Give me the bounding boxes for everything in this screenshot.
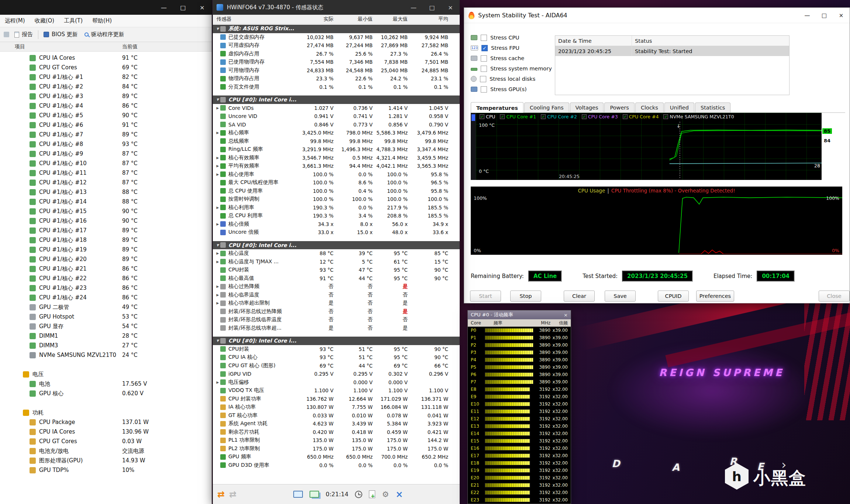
legend-item[interactable]: ✓CPU Core #1: [500, 114, 536, 119]
hwinfo-row[interactable]: ▶核心倍频34.3 x8.0 x56.0 x34.9 x: [213, 220, 460, 229]
preferences-button[interactable]: Preferences: [696, 291, 734, 302]
sensor-row[interactable]: GPU 显存54 °C: [0, 321, 212, 331]
menu-tools[interactable]: 工具(T): [59, 15, 87, 27]
hwinfo-row[interactable]: 可用物理内存24,833 MB24,548 MB25,040 MB24,885 …: [213, 66, 460, 75]
graph-scrollbar-thumb[interactable]: [471, 114, 475, 121]
sensor-row[interactable]: 电池充/放电交流电源: [0, 446, 212, 456]
hwinfo-row[interactable]: ▶核心温度88 °C39 °C95 °C85 °C: [213, 249, 460, 258]
sensor-row[interactable]: DIMM327 °C: [0, 341, 212, 350]
legend-checkbox[interactable]: ✓: [541, 114, 546, 119]
maximize-button[interactable]: □: [816, 12, 833, 19]
hwinfo-row[interactable]: CPU GT 核心 (图形)69 °C44 °C69 °C66 °C: [213, 362, 460, 370]
minimize-button[interactable]: —: [154, 0, 173, 15]
expand-icon[interactable]: ▶: [215, 131, 220, 135]
column-average[interactable]: 平均: [438, 16, 448, 22]
stop-button[interactable]: Stop: [510, 291, 541, 302]
legend-item[interactable]: ✓CPU: [480, 114, 495, 119]
hwinfo-row[interactable]: 封装/环形总线临界温度否否否: [213, 316, 460, 324]
clear-button[interactable]: Clear: [564, 291, 595, 302]
stability-titlebar[interactable]: System Stability Test - AIDA64 — □ ×: [464, 8, 850, 23]
hwinfo-row[interactable]: 总 CPU 利用率190.3 %3.4 %208.8 %185.5 %: [213, 212, 460, 220]
hwinfo-section-row[interactable]: ▼CPU [#0]: Intel Core i...: [213, 241, 460, 250]
hwinfo-row[interactable]: ▶电压偏移0.000 V0.000 V: [213, 378, 460, 387]
tab-clocks[interactable]: Clocks: [635, 102, 664, 112]
hwinfo-row[interactable]: 按需时钟调制100.0 %100.0 %100.0 %100.0 %: [213, 195, 460, 204]
sensor-row[interactable]: CPU #1/核心 #1690 °C: [0, 216, 212, 226]
hwinfo-row[interactable]: 物理内存占用23.3 %22.6 %24.2 %23.1 %: [213, 74, 460, 83]
expand-icon[interactable]: ▶: [215, 206, 220, 209]
hwinfo-row[interactable]: CPU 封装功率136.762 W12.664 W171.029 W136.37…: [213, 395, 460, 403]
hwinfo-row[interactable]: 总线频率99.8 MHz99.8 MHz99.8 MHz99.8 MHz: [213, 137, 460, 146]
legend-checkbox[interactable]: ✓: [582, 114, 587, 119]
cpuid-button[interactable]: CPUID: [658, 291, 689, 302]
minimize-button[interactable]: —: [404, 0, 423, 15]
sensor-row[interactable]: CPU #1/核心 #1789 °C: [0, 226, 212, 235]
sensor-row[interactable]: CPU #1/核心 #2486 °C: [0, 293, 212, 302]
sensor-row[interactable]: CPU GT Cores69 °C: [0, 63, 212, 72]
hwinfo-row[interactable]: ▶核心使用率100.0 %0.0 %100.0 %95.8 %: [213, 170, 460, 179]
sensor-row[interactable]: CPU IA Cores130.96 W: [0, 427, 212, 437]
hwinfo-row[interactable]: ▶核心功率超出限制是否是: [213, 299, 460, 307]
tab-powers[interactable]: Powers: [604, 102, 634, 112]
hwinfo-row[interactable]: 最大 CPU/线程使用率100.0 %8.6 %100.0 %96.5 %: [213, 178, 460, 187]
sensor-row[interactable]: CPU #1/核心 #2386 °C: [0, 283, 212, 293]
sensor-row[interactable]: CPU IA Cores91 °C: [0, 53, 212, 63]
sensor-section-row[interactable]: 功耗: [0, 408, 212, 417]
maximize-button[interactable]: □: [173, 0, 193, 15]
hwinfo-row[interactable]: 分页文件使用0.1 %0.1 %0.1 %0.1 %: [213, 83, 460, 91]
checkbox[interactable]: [480, 76, 486, 82]
hwinfo-row[interactable]: 虚拟内存占用26.7 %25.6 %27.3 %26.4 %: [213, 50, 460, 58]
hwinfo-row[interactable]: ▶Core VIDs1.027 V0.736 V1.414 V1.045 V: [213, 104, 460, 112]
hwinfo-row[interactable]: GPU D3D 使用率0.0 %0.0 %0.0 %0.0 %: [213, 461, 460, 470]
stress-option[interactable]: Stress CPU: [471, 34, 552, 41]
log-column-status[interactable]: Status: [632, 36, 789, 46]
sensor-section-row[interactable]: 电压: [0, 369, 212, 379]
sensor-row[interactable]: CPU #1/核心 #1590 °C: [0, 206, 212, 216]
hwinfo-row[interactable]: 核心最高值91 °C44 °C95 °C90 °C: [213, 274, 460, 283]
hwinfo-row[interactable]: CPU封装93 °C51 °C95 °C90 °C: [213, 345, 460, 354]
sensor-row[interactable]: CPU #1/核心 #893 °C: [0, 139, 212, 149]
sensor-row[interactable]: DIMM128 °C: [0, 331, 212, 341]
column-maximum[interactable]: 最大值: [393, 16, 408, 22]
hwinfo-row[interactable]: 总 CPU 使用率100.0 %0.4 %100.0 %95.8 %: [213, 187, 460, 195]
hwinfo-row[interactable]: 剩余芯片功耗0.420 W0.418 W0.459 W0.421 W: [213, 428, 460, 437]
sensor-row[interactable]: 图形处理器(GPU)14.93 W: [0, 456, 212, 465]
driver-update-button[interactable]: 驱动程序更新: [83, 31, 126, 38]
hwinfo-row[interactable]: Uncore VID0.941 V0.741 V1.281 V0.958 V: [213, 112, 460, 121]
sensor-row[interactable]: CPU #1/核心 #1388 °C: [0, 187, 212, 197]
expand-icon[interactable]: ▶: [215, 222, 220, 226]
collapse-icon[interactable]: ▼: [215, 27, 220, 31]
log-row[interactable]: 2023/1/23 20:45:25 Stability Test: Start…: [555, 46, 789, 56]
menu-favorites[interactable]: 收藏(O): [30, 15, 59, 27]
close-sensors-icon[interactable]: ×: [395, 489, 403, 500]
sensor-row[interactable]: CPU #1/核心 #182 °C: [0, 72, 212, 82]
expand-icon[interactable]: ▶: [215, 156, 220, 160]
sensor-row[interactable]: 电池17.565 V: [0, 379, 212, 389]
sensor-row[interactable]: CPU #1/核心 #2089 °C: [0, 254, 212, 264]
hwinfo-row[interactable]: 可用虚拟内存27,474 MB27,244 MB27,869 MB27,582 …: [213, 41, 460, 50]
expand-icon[interactable]: ▶: [215, 260, 220, 264]
close-button[interactable]: ×: [833, 12, 850, 19]
aida-titlebar[interactable]: — □ ×: [0, 0, 212, 15]
sensor-row[interactable]: CPU #1/核心 #1488 °C: [0, 197, 212, 206]
legend-checkbox[interactable]: ✓: [480, 114, 484, 119]
column-item[interactable]: 项目: [0, 44, 25, 50]
hwinfo-row[interactable]: ▶平均有效频率3,661.3 MHz94.4 MHz4,042.1 MHz3,5…: [213, 162, 460, 170]
column-minimum[interactable]: 最小值: [358, 16, 373, 22]
menu-help[interactable]: 帮助(H): [87, 15, 117, 27]
hwinfo-row[interactable]: IA 核心功率130.807 W7.755 W166.084 W131.118 …: [213, 403, 460, 411]
column-sensor[interactable]: 传感器: [213, 16, 232, 22]
expand-icon[interactable]: ▶: [215, 285, 220, 288]
sensor-row[interactable]: CPU #1/核心 #691 °C: [0, 120, 212, 130]
expand-icon[interactable]: ▶: [215, 293, 220, 297]
stress-option[interactable]: 123✓Stress FPU: [471, 45, 552, 51]
minimize-button[interactable]: —: [799, 12, 816, 19]
expand-icon[interactable]: ▶: [215, 380, 220, 384]
hwinfo-row[interactable]: ▶核心临界温度否否否: [213, 291, 460, 299]
sensor-row[interactable]: CPU #1/核心 #1287 °C: [0, 178, 212, 187]
remote-monitor-icon[interactable]: [310, 491, 319, 498]
log-column-datetime[interactable]: Date & Time: [555, 36, 632, 46]
legend-item[interactable]: ✓CPU Core #2: [541, 114, 577, 119]
sensor-row[interactable]: CPU #1/核心 #2286 °C: [0, 274, 212, 283]
collapse-icon[interactable]: ▼: [215, 339, 220, 343]
